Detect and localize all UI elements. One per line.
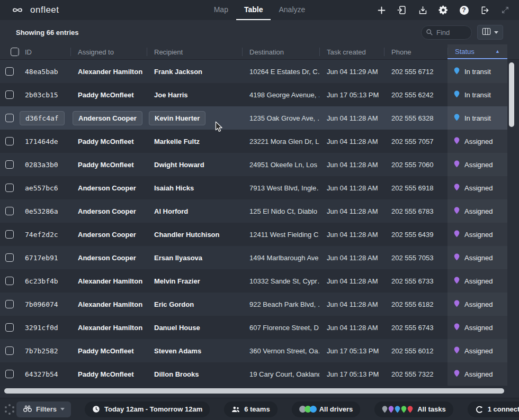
row-checkbox[interactable] <box>5 230 14 239</box>
cell-id[interactable]: 6717eb91 <box>17 246 70 269</box>
filter-pill-task-pins[interactable]: All tasks <box>374 401 453 417</box>
row-checkbox[interactable] <box>5 90 14 99</box>
cell-id[interactable]: 74ef2d2c <box>17 223 70 246</box>
cell-assigned-to[interactable]: Alexander Hamilton <box>70 60 147 83</box>
column-header-phone[interactable]: Phone <box>384 44 448 59</box>
import-tasks-icon[interactable] <box>397 5 407 15</box>
cell-assigned-to[interactable]: Alexander Hamilton <box>70 269 147 293</box>
table-row[interactable]: 64327b54Paddy McOnfleetDillon Brooks19 C… <box>0 362 507 386</box>
cell-id[interactable]: d36fc4af <box>17 106 70 130</box>
row-checkbox[interactable] <box>5 160 14 169</box>
tab-analyze[interactable]: Analyze <box>271 0 313 20</box>
row-checkbox[interactable] <box>5 346 14 355</box>
filter-pill-connection[interactable]: 1 connection <box>468 401 519 417</box>
filter-pill-teams[interactable]: 6 teams <box>224 401 277 417</box>
cell-recipient[interactable]: Dwight Howard <box>147 153 242 176</box>
cell-recipient[interactable]: Kevin Huerter <box>147 106 242 130</box>
cell-recipient[interactable]: Al Horford <box>147 199 242 223</box>
row-checkbox[interactable] <box>5 370 14 378</box>
onfleet-logo[interactable]: onfleet <box>0 0 59 20</box>
cell-assigned-to[interactable]: Paddy McOnfleet <box>70 339 147 362</box>
cell-assigned-to[interactable]: Anderson Cooper <box>70 199 147 223</box>
table-row[interactable]: 3291cf0dAlexander HamiltonDanuel House60… <box>0 316 507 339</box>
filters-button[interactable]: Filters <box>16 401 71 417</box>
column-header-assigned_to[interactable]: Assigned to <box>70 44 147 59</box>
cell-id[interactable]: 7b7b2582 <box>17 339 70 362</box>
column-header-task_created[interactable]: Task created <box>319 44 384 59</box>
row-checkbox[interactable] <box>5 114 14 122</box>
table-row[interactable]: ae557bc6Anderson CooperIsaiah Hicks7913 … <box>0 176 507 199</box>
cell-assigned-to[interactable]: Paddy McOnfleet <box>70 83 147 106</box>
row-checkbox[interactable] <box>5 277 14 285</box>
cell-id[interactable]: 2b03cb15 <box>17 83 70 106</box>
editable-cell-box[interactable]: Anderson Cooper <box>73 111 142 125</box>
row-checkbox[interactable] <box>5 323 14 332</box>
cell-assigned-to[interactable]: Alexander Hamilton <box>70 293 147 316</box>
cell-id[interactable]: 48ea5bab <box>17 60 70 83</box>
cell-recipient[interactable]: Steven Adams <box>147 339 242 362</box>
cell-recipient[interactable]: Isaiah Hicks <box>147 176 242 199</box>
cell-assigned-to[interactable]: Anderson Cooper <box>70 223 147 246</box>
table-row[interactable]: 7b7b2582Paddy McOnfleetSteven Adams360 V… <box>0 339 507 362</box>
row-checkbox[interactable] <box>5 184 14 192</box>
sign-out-icon[interactable] <box>479 5 490 15</box>
editable-cell-box[interactable]: Kevin Huerter <box>149 111 205 125</box>
table-row[interactable]: 0e53286aAnderson CooperAl Horford125 El … <box>0 199 507 223</box>
cell-id[interactable]: ae557bc6 <box>17 176 70 199</box>
row-checkbox[interactable] <box>5 253 14 262</box>
row-checkbox[interactable] <box>5 300 14 308</box>
cell-recipient[interactable]: Melvin Frazier <box>147 269 242 293</box>
cell-assigned-to[interactable]: Paddy McOnfleet <box>70 153 147 176</box>
cell-assigned-to[interactable]: Anderson Cooper <box>70 246 147 269</box>
cell-recipient[interactable]: Dillon Brooks <box>147 362 242 386</box>
cell-assigned-to[interactable]: Anderson Cooper <box>70 176 147 199</box>
settings-icon[interactable] <box>438 5 449 15</box>
help-icon[interactable]: ? <box>459 5 469 15</box>
cell-assigned-to[interactable]: Anderson Cooper <box>70 106 147 130</box>
cell-id[interactable]: 0e53286a <box>17 199 70 223</box>
cell-id[interactable]: 0283a3b0 <box>17 153 70 176</box>
cell-assigned-to[interactable]: Paddy McOnfleet <box>70 130 147 153</box>
tab-map[interactable]: Map <box>206 0 236 20</box>
fullscreen-icon[interactable] <box>500 5 511 15</box>
cell-recipient[interactable]: Markelle Fultz <box>147 130 242 153</box>
create-task-icon[interactable] <box>376 5 387 15</box>
vertical-scrollbar[interactable] <box>509 62 514 127</box>
cell-id[interactable]: 6c23bf4b <box>17 269 70 293</box>
row-checkbox[interactable] <box>5 67 14 76</box>
table-row[interactable]: 6c23bf4bAlexander HamiltonMelvin Frazier… <box>0 269 507 293</box>
cell-recipient[interactable]: Danuel House <box>147 316 242 339</box>
table-row[interactable]: d36fc4afAnderson CooperKevin Huerter1235… <box>0 106 507 130</box>
row-checkbox[interactable] <box>5 207 14 215</box>
row-checkbox[interactable] <box>5 137 14 145</box>
table-row[interactable]: 171464dePaddy McOnfleetMarkelle Fultz232… <box>0 130 507 153</box>
table-row[interactable]: 74ef2d2cAnderson CooperChandler Hutchiso… <box>0 223 507 246</box>
cell-id[interactable]: 64327b54 <box>17 362 70 386</box>
table-row[interactable]: 0283a3b0Paddy McOnfleetDwight Howard2495… <box>0 153 507 176</box>
filter-pill-drivers-dots[interactable]: All drivers <box>292 401 361 417</box>
cell-id[interactable]: 171464de <box>17 130 70 153</box>
export-tasks-icon[interactable] <box>417 5 428 15</box>
cell-recipient[interactable]: Chandler Hutchison <box>147 223 242 246</box>
column-header-status[interactable]: Status▲ <box>448 44 507 59</box>
cell-assigned-to[interactable]: Alexander Hamilton <box>70 316 147 339</box>
cell-id[interactable]: 3291cf0d <box>17 316 70 339</box>
cell-recipient[interactable]: Frank Jackson <box>147 60 242 83</box>
cell-recipient[interactable]: Joe Harris <box>147 83 242 106</box>
column-header-recipient[interactable]: Recipient <box>147 44 242 59</box>
filter-pill-clock[interactable]: Today 12am - Tomorrow 12am <box>85 401 210 417</box>
table-row[interactable]: 7b096074Alexander HamiltonEric Gordon922… <box>0 293 507 316</box>
column-header-destination[interactable]: Destination <box>242 44 319 59</box>
editable-cell-box[interactable]: d36fc4af <box>20 111 65 125</box>
column-header-id[interactable]: ID <box>17 44 70 59</box>
cell-assigned-to[interactable]: Paddy McOnfleet <box>70 362 147 386</box>
column-picker-button[interactable] <box>477 25 503 40</box>
cell-id[interactable]: 7b096074 <box>17 293 70 316</box>
tab-table[interactable]: Table <box>236 0 271 20</box>
cell-recipient[interactable]: Ersan Ilyasova <box>147 246 242 269</box>
horizontal-scrollbar[interactable] <box>4 388 504 394</box>
cell-recipient[interactable]: Eric Gordon <box>147 293 242 316</box>
table-row[interactable]: 48ea5babAlexander HamiltonFrank Jackson1… <box>0 60 507 83</box>
table-row[interactable]: 6717eb91Anderson CooperErsan Ilyasova149… <box>0 246 507 269</box>
table-row[interactable]: 2b03cb15Paddy McOnfleetJoe Harris4198 Ge… <box>0 83 507 106</box>
